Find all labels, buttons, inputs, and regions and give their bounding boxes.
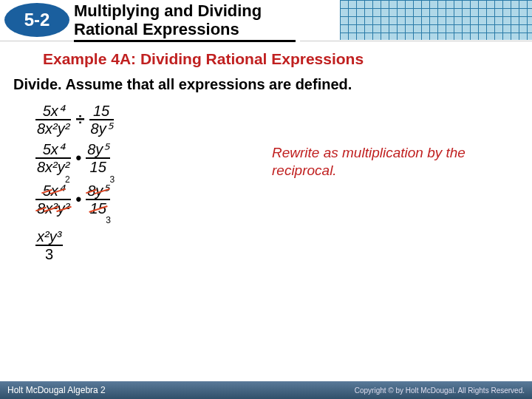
step-note: Rewrite as multiplication by the recipro… <box>272 144 516 180</box>
footer-left: Holt McDougal Algebra 2 <box>7 385 106 395</box>
cancel-x2: x² <box>45 200 58 216</box>
math-work-area: 5x⁴ 8x²y² ÷ 15 8y⁵ 5x⁴ 8x²y² • 8y⁵ 15 <box>13 103 519 262</box>
cancel-5: 5 <box>43 183 51 199</box>
slide-footer: Holt McDougal Algebra 2 Copyright © by H… <box>0 381 532 399</box>
slide-content: Example 4A: Dividing Rational Expression… <box>0 41 532 262</box>
footer-copyright: Copyright © by Holt McDougal. All Rights… <box>355 386 525 395</box>
slide-header: 5-2 Multiplying and Dividing Rational Ex… <box>0 0 532 41</box>
step-1: 5x⁴ 8x²y² ÷ 15 8y⁵ <box>35 103 519 137</box>
title-block: Multiplying and Dividing Rational Expres… <box>74 1 300 44</box>
step-3: 5x⁴2 8x²y² • 8y⁵3 153 <box>35 183 519 216</box>
title-underline <box>74 40 296 42</box>
result: x²y³ 3 <box>35 228 519 262</box>
instruction-text: Divide. Assume that all expressions are … <box>13 75 519 94</box>
lesson-badge: 5-2 <box>4 3 69 37</box>
frac-3a: 5x⁴2 8x²y² <box>35 183 71 216</box>
cancel-15: 153 <box>90 200 106 216</box>
frac-2b: 8y⁵ 15 <box>86 141 110 175</box>
example-title: Example 4A: Dividing Rational Expression… <box>43 50 519 68</box>
header-grid-decoration <box>340 0 532 40</box>
frac-2a: 5x⁴ 8x²y² <box>35 141 71 175</box>
frac-1a: 5x⁴ 8x²y² <box>35 103 71 137</box>
dot-sign-1: • <box>75 149 81 168</box>
dot-sign-2: • <box>75 190 81 209</box>
cancel-y2: y² <box>58 200 70 216</box>
frac-3b: 8y⁵3 153 <box>86 183 110 216</box>
cancel-x4: x⁴2 <box>51 183 64 199</box>
cancel-8b: 8 <box>87 183 95 199</box>
divide-sign: ÷ <box>75 110 84 129</box>
cancel-y5: y⁵3 <box>95 183 109 199</box>
frac-1b: 15 8y⁵ <box>89 103 114 137</box>
result-frac: x²y³ 3 <box>35 228 63 262</box>
title-line-2: Rational Expressions <box>74 20 296 38</box>
cancel-8a: 8 <box>37 200 45 216</box>
lesson-number: 5-2 <box>24 10 50 30</box>
title-line-1: Multiplying and Dividing <box>74 1 296 20</box>
